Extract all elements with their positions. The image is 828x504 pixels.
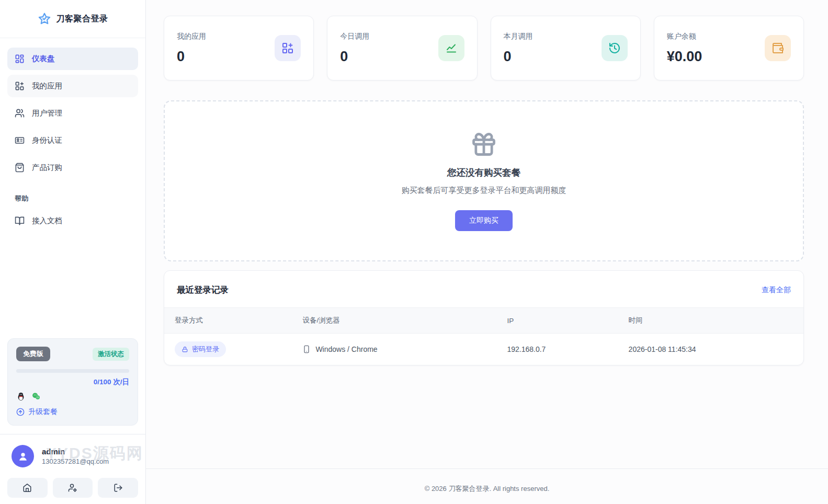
recent-logins-card: 最近登录记录 查看全部 登录方式 设备/浏览器 IP 时间 (164, 270, 804, 365)
sidebar-item-label: 接入文档 (32, 216, 62, 226)
sidebar-item-products[interactable]: 产品订购 (7, 156, 138, 179)
user-icon (17, 451, 29, 462)
stat-value: 0 (340, 49, 369, 65)
device-cell: Windows / Chrome (302, 345, 486, 353)
buy-now-button[interactable]: 立即购买 (455, 210, 513, 231)
qq-icon (16, 392, 26, 401)
avatar[interactable] (12, 445, 34, 467)
gift-icon (470, 131, 497, 158)
squares-plus-icon (15, 81, 25, 91)
empty-state-description: 购买套餐后可享受更多登录平台和更高调用额度 (402, 186, 566, 196)
home-icon (22, 483, 32, 492)
stat-card-my-apps: 我的应用 0 (164, 16, 314, 81)
user-name: admin (42, 447, 109, 456)
copyright-text: © 2026 刀客聚合登录. All rights reserved. (425, 485, 550, 492)
no-package-panel: 您还没有购买套餐 购买套餐后可享受更多登录平台和更高调用额度 立即购买 (164, 100, 804, 261)
brand-logo: 刀客聚合登录 (0, 0, 145, 38)
column-header-device: 设备/浏览器 (292, 308, 496, 334)
stat-card-month-calls: 本月调用 0 (491, 16, 641, 81)
column-header-method: 登录方式 (164, 308, 292, 334)
quota-progress-bar (16, 369, 129, 373)
logout-icon (114, 483, 123, 492)
wechat-icon (31, 392, 41, 401)
sidebar-item-my-apps[interactable]: 我的应用 (7, 75, 138, 97)
brand-name: 刀客聚合登录 (56, 14, 108, 25)
empty-state-title: 您还没有购买套餐 (447, 166, 520, 179)
login-method-badge: 密码登录 (175, 341, 226, 357)
stat-label: 今日调用 (340, 32, 369, 41)
recent-logins-title: 最近登录记录 (177, 284, 229, 296)
sidebar-item-docs[interactable]: 接入文档 (7, 210, 138, 232)
stat-cards: 我的应用 0 今日调用 0 (164, 16, 804, 81)
sidebar-item-identity[interactable]: 身份认证 (7, 129, 138, 152)
plan-status-badge: 激活状态 (93, 348, 129, 361)
sidebar: 刀客聚合登录 仪表盘 我的应用 (0, 0, 146, 504)
column-header-time: 时间 (618, 308, 803, 334)
stat-card-today-calls: 今日调用 0 (327, 16, 477, 81)
table-row: 密码登录 Windows / Chrome 192.168.0.7 (164, 334, 803, 365)
quota-text: 0/100 次/日 (16, 377, 129, 387)
ip-cell: 192.168.0.7 (496, 334, 618, 365)
sidebar-item-label: 产品订购 (32, 163, 62, 173)
upgrade-plan-label: 升级套餐 (28, 407, 58, 417)
sidebar-item-label: 用户管理 (32, 108, 62, 118)
plan-tier-badge: 免费版 (16, 347, 50, 361)
account-settings-button[interactable] (53, 478, 93, 498)
chart-line-icon (445, 42, 458, 54)
stat-card-balance: 账户余额 ¥0.00 (654, 16, 804, 81)
device-label: Windows / Chrome (315, 345, 377, 353)
footer: © 2026 刀客聚合登录. All rights reserved. (146, 468, 828, 504)
wallet-icon (772, 42, 784, 54)
user-email: 1302357281@qq.com (42, 457, 109, 465)
shopping-bag-icon (15, 163, 25, 173)
lock-icon (182, 346, 188, 353)
view-all-link[interactable]: 查看全部 (762, 285, 791, 295)
smartphone-icon (302, 345, 311, 353)
sidebar-item-label: 我的应用 (32, 81, 62, 91)
dashboard-icon (15, 54, 25, 64)
star-icon (38, 12, 51, 26)
app-window: 刀客聚合登录 仪表盘 我的应用 (0, 0, 828, 504)
platform-icons (16, 392, 129, 401)
home-button[interactable] (7, 478, 48, 498)
stat-label: 账户余额 (667, 32, 702, 41)
user-cog-icon (68, 483, 77, 492)
users-icon (15, 108, 25, 118)
sidebar-nav: 仪表盘 我的应用 用户管理 (0, 38, 145, 338)
column-header-ip: IP (496, 308, 618, 334)
profile-section: YYDS源码网 admin 1302357281@qq.com (0, 434, 145, 504)
squares-plus-icon (281, 42, 294, 54)
time-cell: 2026-01-08 11:45:34 (618, 334, 803, 365)
stat-label: 我的应用 (177, 32, 206, 41)
book-open-icon (15, 216, 25, 226)
stat-value: 0 (177, 49, 206, 65)
history-icon (608, 42, 621, 54)
sidebar-item-label: 仪表盘 (32, 54, 55, 64)
logout-button[interactable] (98, 478, 138, 498)
main-content: 我的应用 0 今日调用 0 (146, 0, 828, 504)
sidebar-item-label: 身份认证 (32, 135, 62, 145)
sidebar-section-help: 帮助 (7, 184, 138, 210)
sidebar-item-dashboard[interactable]: 仪表盘 (7, 48, 138, 70)
id-card-icon (15, 135, 25, 145)
sidebar-item-user-management[interactable]: 用户管理 (7, 102, 138, 124)
login-method-label: 密码登录 (192, 345, 219, 354)
upgrade-plan-link[interactable]: 升级套餐 (16, 407, 58, 417)
arrow-up-circle-icon (16, 408, 25, 416)
plan-card: 免费版 激活状态 0/100 次/日 (7, 338, 138, 426)
stat-value: 0 (504, 49, 533, 65)
stat-value: ¥0.00 (667, 49, 702, 65)
recent-logins-table: 登录方式 设备/浏览器 IP 时间 密码登录 (164, 307, 803, 365)
stat-label: 本月调用 (504, 32, 533, 41)
